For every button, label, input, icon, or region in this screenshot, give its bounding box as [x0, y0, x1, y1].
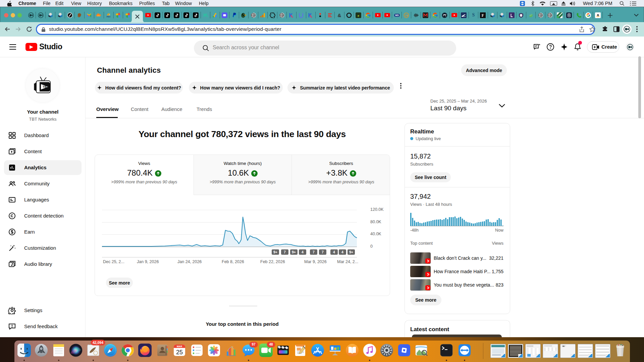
svg-text:a: a — [597, 12, 599, 16]
svg-text:25: 25 — [176, 349, 183, 356]
svg-text:WD: WD — [395, 14, 399, 16]
svg-text:e: e — [358, 13, 360, 17]
svg-text:PMA: PMA — [106, 15, 110, 17]
svg-text:TBT: TBT — [43, 85, 49, 88]
svg-text:76: 76 — [405, 14, 408, 17]
svg-text:MAR: MAR — [177, 345, 182, 348]
svg-text:F: F — [482, 13, 484, 18]
